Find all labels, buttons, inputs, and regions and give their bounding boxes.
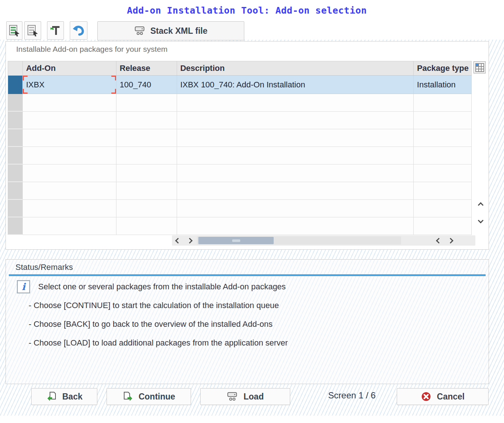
table-row-empty[interactable] <box>8 217 472 235</box>
table-row-empty[interactable] <box>8 147 472 164</box>
table-row-empty[interactable] <box>8 129 472 147</box>
scroll-left-button[interactable] <box>172 236 184 245</box>
cell-add-on[interactable] <box>23 182 116 200</box>
cell-add-on[interactable] <box>23 200 116 217</box>
cell-package-type[interactable] <box>414 147 472 164</box>
select-all-icon <box>8 24 21 37</box>
cell-package-type[interactable] <box>414 182 472 200</box>
cell-add-on[interactable] <box>23 112 116 129</box>
cell-release[interactable] <box>116 200 177 217</box>
row-selector-cell[interactable] <box>8 200 23 217</box>
column-header-add-on[interactable]: Add-On <box>23 61 116 75</box>
status-panel-title: Status/Remarks <box>15 263 73 272</box>
cell-add-on[interactable]: IXBX <box>23 76 116 94</box>
screen-indicator: Screen 1 / 6 <box>315 390 389 401</box>
row-selector-cell[interactable] <box>8 164 23 182</box>
cell-add-on[interactable] <box>23 164 116 182</box>
cell-add-on[interactable] <box>23 129 116 147</box>
scroll-right-button[interactable] <box>184 236 195 245</box>
undo-button[interactable] <box>70 21 87 40</box>
cell-release[interactable] <box>116 112 177 129</box>
deselect-all-icon <box>26 24 39 37</box>
row-selector-cell[interactable] <box>8 217 23 235</box>
cancel-icon <box>421 391 432 402</box>
cell-description[interactable]: IXBX 100_740: Add-On Installation <box>177 76 414 94</box>
cell-description[interactable] <box>177 217 414 235</box>
row-selector-cell[interactable] <box>8 182 23 200</box>
chevron-up-icon <box>478 202 483 208</box>
cell-description[interactable] <box>177 147 414 164</box>
scrollbar-grip <box>232 239 240 242</box>
chevron-right-icon <box>187 238 192 243</box>
cell-release[interactable] <box>116 164 177 182</box>
back-button-label: Back <box>62 392 83 402</box>
scroll-up-button[interactable] <box>475 200 486 210</box>
scroll-right-button-right-pane[interactable] <box>444 236 456 245</box>
cell-release[interactable] <box>116 129 177 147</box>
column-header-description[interactable]: Description <box>177 61 414 75</box>
focus-bracket <box>23 76 28 80</box>
horizontal-scrollbar <box>172 235 475 246</box>
status-info-row: i Select one or several packages from th… <box>17 280 286 293</box>
status-remarks-panel: Status/Remarks i Select one or several p… <box>6 259 489 384</box>
row-selector-cell[interactable] <box>8 76 23 94</box>
load-button[interactable]: Load <box>200 388 290 405</box>
cell-release[interactable] <box>116 182 177 200</box>
cell-description[interactable] <box>177 200 414 217</box>
scroll-left-button-right-pane[interactable] <box>433 236 444 245</box>
cell-add-on[interactable] <box>23 94 116 112</box>
grid-settings-icon <box>475 63 484 72</box>
deselect-all-button[interactable] <box>24 21 41 40</box>
table-row-empty[interactable] <box>8 112 472 129</box>
scroll-down-button[interactable] <box>475 216 486 225</box>
table-row-empty[interactable] <box>8 94 472 112</box>
cell-package-type[interactable] <box>414 129 472 147</box>
cell-description[interactable] <box>177 182 414 200</box>
table-row-empty[interactable] <box>8 182 472 200</box>
cell-description[interactable] <box>177 94 414 112</box>
cell-add-on[interactable] <box>23 147 116 164</box>
row-selector-cell[interactable] <box>8 112 23 129</box>
focus-bracket <box>23 89 28 94</box>
cancel-button[interactable]: Cancel <box>397 388 489 405</box>
column-header-package-type[interactable]: Package type <box>414 61 472 75</box>
continue-button[interactable]: Continue <box>107 388 191 405</box>
vertical-scrollbar <box>475 200 487 225</box>
cell-package-type[interactable] <box>414 112 472 129</box>
filter-icon <box>49 24 62 37</box>
row-selector-header-cell[interactable] <box>8 61 23 75</box>
filter-button[interactable] <box>47 21 64 40</box>
cell-description[interactable] <box>177 112 414 129</box>
cell-release[interactable]: 100_740 <box>116 76 177 94</box>
cell-package-type[interactable]: Installation <box>414 76 472 94</box>
cell-package-type[interactable] <box>414 94 472 112</box>
status-bullet-load: - Choose [LOAD] to load additional packa… <box>29 338 288 348</box>
cell-release[interactable] <box>116 94 177 112</box>
info-icon: i <box>17 280 30 293</box>
scrollbar-thumb[interactable] <box>198 237 274 244</box>
cell-package-type[interactable] <box>414 217 472 235</box>
cell-package-type[interactable] <box>414 200 472 217</box>
table-row-empty[interactable] <box>8 200 472 217</box>
sap-addon-installation-window: Add-on Installation Tool: Add-on selecti… <box>0 0 504 423</box>
back-button[interactable]: Back <box>31 388 97 405</box>
cell-release[interactable] <box>116 217 177 235</box>
row-selector-cell[interactable] <box>8 147 23 164</box>
table-settings-button[interactable] <box>474 61 486 73</box>
focus-bracket <box>111 89 116 94</box>
select-all-button[interactable] <box>6 21 22 40</box>
table-row-empty[interactable] <box>8 164 472 182</box>
row-selector-cell[interactable] <box>8 129 23 147</box>
cell-description[interactable] <box>177 164 414 182</box>
cell-description[interactable] <box>177 129 414 147</box>
stack-xml-file-button[interactable]: Stack XML file <box>97 21 244 40</box>
cell-package-type[interactable] <box>414 164 472 182</box>
cell-release[interactable] <box>116 147 177 164</box>
status-info-text: Select one or several packages from the … <box>38 282 286 292</box>
table-row-selected[interactable]: IXBX 100_740 IXBX 100_740: Add-On Instal… <box>8 76 472 94</box>
scrollbar-track[interactable] <box>197 236 401 245</box>
cell-add-on[interactable] <box>23 217 116 235</box>
status-bullet-continue: - Choose [CONTINUE] to start the calcula… <box>29 301 279 310</box>
column-header-release[interactable]: Release <box>116 61 177 75</box>
row-selector-cell[interactable] <box>8 94 23 112</box>
